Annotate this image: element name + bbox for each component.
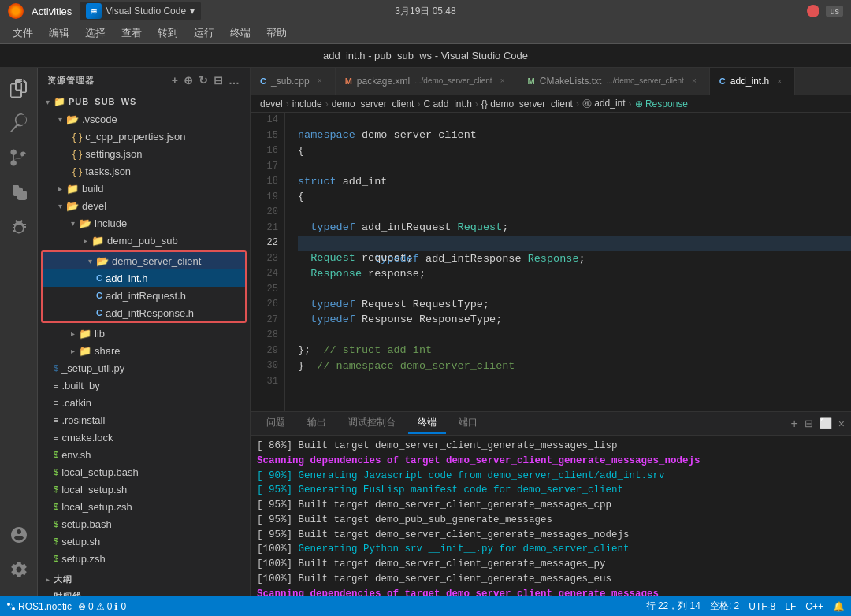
tree-label-rosinstall: .rosinstall	[61, 414, 105, 426]
more-icon[interactable]: …	[229, 74, 240, 87]
folder-icon-include: 📂	[79, 217, 91, 229]
breadcrumb-struct[interactable]: ㊗ add_int	[582, 97, 626, 110]
status-branch[interactable]: ROS1.noetic	[6, 601, 72, 612]
status-encoding[interactable]: UTF-8	[749, 601, 775, 612]
tree-item-tasks[interactable]: { } tasks.json	[38, 162, 250, 180]
tree-item-build[interactable]: ▸ 📁 build	[38, 180, 250, 197]
tree-item-demo-pub-sub[interactable]: ▸ 📁 demo_pub_sub	[38, 232, 250, 249]
py-icon-setup-util: $	[54, 363, 58, 373]
terminal-content[interactable]: [ 86%] Built target demo_server_client_g…	[251, 436, 851, 596]
activity-search[interactable]	[5, 109, 33, 137]
tree-item-cmake-lock[interactable]: ≡ cmake.lock	[38, 429, 250, 446]
top-bar-right: us	[807, 5, 843, 17]
tree-item-demo-server[interactable]: ▾ 📂 demo_server_client	[43, 252, 245, 269]
code-content[interactable]: namespace demo_server_client { struct ad…	[285, 113, 851, 411]
tab-add-int-h[interactable]: C add_int.h ×	[710, 68, 795, 95]
menu-select[interactable]: 选择	[79, 24, 112, 42]
tree-item-rosinstall[interactable]: ≡ .rosinstall	[38, 411, 250, 429]
activity-account[interactable]	[5, 521, 33, 549]
breadcrumb-add-int-h[interactable]: C add_int.h	[423, 98, 471, 109]
tree-item-setup-util[interactable]: $ _setup_util.py	[38, 359, 250, 377]
tab-close-package-xml[interactable]: ×	[497, 76, 508, 85]
activity-debug[interactable]	[5, 213, 33, 241]
menu-run[interactable]: 运行	[188, 24, 221, 42]
new-folder-icon[interactable]: ⊕	[184, 74, 194, 87]
panel-close-icon[interactable]: ×	[838, 417, 845, 430]
status-spaces[interactable]: 空格: 2	[710, 599, 739, 613]
vscode-tab[interactable]: ≋ Visual Studio Code ▾	[80, 2, 201, 20]
tree-item-timeline[interactable]: ▸ 时间线	[38, 588, 250, 596]
tree-item-outline[interactable]: ▸ 大纲	[38, 570, 250, 588]
terminal-line-6: [ 95%] Built target demo_pub_sub_generat…	[257, 513, 845, 528]
tree-item-local-setup-sh[interactable]: $ local_setup.sh	[38, 481, 250, 498]
breadcrumb-response[interactable]: ⊕ Response	[635, 98, 688, 109]
tree-item-vscode[interactable]: ▾ 📂 .vscode	[38, 110, 250, 128]
refresh-icon[interactable]: ↻	[199, 74, 209, 87]
menu-edit[interactable]: 编辑	[43, 24, 76, 42]
status-position[interactable]: 行 22，列 14	[646, 599, 700, 613]
panel-tab-output[interactable]: 输出	[298, 413, 336, 434]
menu-help[interactable]: 帮助	[260, 24, 293, 42]
activity-settings[interactable]	[5, 555, 33, 584]
menu-goto[interactable]: 转到	[151, 24, 184, 42]
breadcrumb-include[interactable]: include	[292, 98, 322, 109]
tree-item-setup-zsh[interactable]: $ setup.zsh	[38, 550, 250, 567]
status-line-ending[interactable]: LF	[785, 601, 796, 612]
tree-item-lib[interactable]: ▸ 📁 lib	[38, 325, 250, 342]
close-button[interactable]	[807, 5, 819, 17]
collapse-icon[interactable]: ⊟	[214, 74, 224, 87]
tree-item-devel[interactable]: ▾ 📂 devel	[38, 197, 250, 214]
tab-package-xml[interactable]: M package.xml .../demo_server_client ×	[336, 68, 518, 95]
tree-item-include[interactable]: ▾ 📂 include	[38, 214, 250, 232]
tab-close-cmakelists[interactable]: ×	[689, 76, 700, 85]
tree-item-setup-bash[interactable]: $ setup.bash	[38, 515, 250, 533]
tab-close-sub-cpp[interactable]: ×	[314, 76, 325, 85]
menu-view[interactable]: 查看	[115, 24, 148, 42]
tree-item-add-int-response-h[interactable]: C add_intResponse.h	[43, 304, 245, 321]
tab-sub-cpp[interactable]: C _sub.cpp ×	[251, 68, 336, 95]
panel-split-icon[interactable]: ⊟	[805, 417, 813, 429]
breadcrumb-demo-server-client[interactable]: demo_server_client	[332, 98, 414, 109]
tree-item-add-int-h[interactable]: C add_int.h	[43, 269, 245, 287]
tree-item-env-sh[interactable]: $ env.sh	[38, 446, 250, 463]
tree-item-local-setup-zsh[interactable]: $ local_setup.zsh	[38, 498, 250, 515]
tree-item-catkin[interactable]: ≡ .catkin	[38, 394, 250, 411]
tab-close-add-int[interactable]: ×	[774, 77, 785, 86]
menu-file[interactable]: 文件	[6, 24, 39, 42]
tree-label-include: include	[95, 217, 127, 229]
tree-item-local-setup-bash[interactable]: $ local_setup.bash	[38, 463, 250, 481]
folder-icon-vscode: 📂	[66, 113, 79, 125]
status-bell-icon[interactable]: 🔔	[833, 601, 845, 612]
tree-item-built-by[interactable]: ≡ .built_by	[38, 377, 250, 394]
code-line-21: typedef add_intRequest Request;	[298, 221, 851, 236]
menu-bar: 文件 编辑 选择 查看 转到 运行 终端 帮助	[0, 22, 851, 44]
activities-label[interactable]: Activities	[32, 6, 72, 17]
tree-item-cpp-props[interactable]: { } c_cpp_properties.json	[38, 128, 250, 145]
new-file-icon[interactable]: +	[172, 74, 179, 87]
tree-item-settings[interactable]: { } settings.json	[38, 145, 250, 162]
activity-explorer[interactable]	[5, 74, 33, 102]
panel-add-terminal[interactable]: +	[790, 417, 797, 431]
sh-icon-local-bash: $	[54, 467, 58, 477]
activity-extensions[interactable]	[5, 178, 33, 206]
tab-cmakelists[interactable]: M CMakeLists.txt .../demo_server_client …	[518, 68, 710, 95]
activity-source-control[interactable]	[5, 143, 33, 172]
breadcrumb-devel[interactable]: devel	[260, 98, 283, 109]
panel-tab-terminal[interactable]: 终端	[408, 413, 446, 434]
sh-icon-setup-bash: $	[54, 519, 58, 529]
tree-item-setup-sh[interactable]: $ setup.sh	[38, 533, 250, 550]
panel-tab-problems[interactable]: 问题	[257, 413, 295, 434]
file-icon-built-by: ≡	[54, 380, 58, 390]
tree-item-share[interactable]: ▸ 📁 share	[38, 342, 250, 359]
status-language[interactable]: C++	[805, 601, 823, 612]
status-errors[interactable]: ⊗ 0 ⚠ 0 ℹ 0	[78, 601, 126, 612]
breadcrumb-namespace[interactable]: {} demo_server_client	[481, 98, 573, 109]
menu-terminal[interactable]: 终端	[224, 24, 257, 42]
tree-root[interactable]: ▾ 📁 PUB_SUB_WS	[38, 93, 250, 110]
panel-tab-debug[interactable]: 调试控制台	[339, 413, 405, 434]
tree-label-setup-sh: setup.sh	[61, 536, 100, 547]
tab-label-add-int: add_int.h	[730, 76, 769, 87]
panel-tab-ports[interactable]: 端口	[449, 413, 487, 434]
panel-maximize-icon[interactable]: ⬜	[819, 417, 832, 429]
tree-item-add-int-request-h[interactable]: C add_intRequest.h	[43, 287, 245, 304]
